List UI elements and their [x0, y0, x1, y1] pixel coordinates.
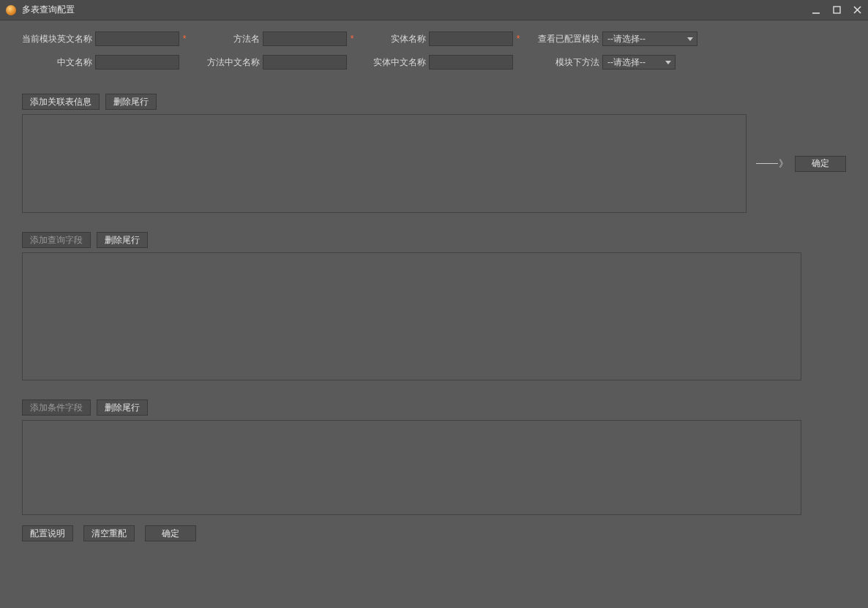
method-label: 方法名	[232, 33, 263, 45]
method-cn-input[interactable]	[263, 55, 347, 70]
cond-delete-tail-button[interactable]: 删除尾行	[97, 399, 148, 416]
window-controls	[811, 5, 862, 15]
app-icon	[6, 5, 16, 15]
side-confirm-button[interactable]: 确定	[795, 156, 846, 172]
window: 多表查询配置 当前模块英文名称 * 方法名	[0, 0, 868, 608]
required-mark: *	[347, 34, 357, 44]
form-row-2: 中文名称 * 方法中文名称 * 实体中文名称 * 模块下方法	[0, 54, 868, 70]
content-area: 当前模块英文名称 * 方法名 * 实体名称 * 查看已配置模块	[0, 20, 868, 608]
form-rows: 当前模块英文名称 * 方法名 * 实体名称 * 查看已配置模块	[0, 31, 868, 70]
required-mark: *	[179, 34, 190, 44]
cond-field-panel[interactable]	[22, 420, 801, 515]
rel-table-panel[interactable]	[22, 114, 747, 213]
module-method-select[interactable]: --请选择--	[602, 55, 676, 70]
method-cn-label: 方法中文名称	[197, 56, 263, 69]
entity-input[interactable]	[429, 31, 513, 46]
add-rel-table-button[interactable]: 添加关联表信息	[22, 94, 100, 110]
module-en-label: 当前模块英文名称	[0, 33, 95, 45]
query-field-panel[interactable]	[22, 252, 801, 380]
footer-buttons: 配置说明 清空重配 确定	[22, 525, 868, 541]
module-method-label: 模块下方法	[550, 56, 602, 69]
cn-name-label: 中文名称	[0, 56, 95, 69]
clear-reset-button[interactable]: 清空重配	[83, 525, 135, 541]
view-configured-select[interactable]: --请选择--	[602, 31, 697, 46]
cn-name-input[interactable]	[95, 55, 179, 70]
rel-row: 》 确定	[0, 114, 868, 213]
entity-cn-label: 实体中文名称	[364, 56, 429, 69]
chevron-down-icon	[687, 37, 693, 41]
entity-label: 实体名称	[388, 33, 429, 45]
rel-section-buttons: 添加关联表信息 删除尾行	[22, 94, 868, 110]
arrow-right-icon: 》	[756, 157, 787, 170]
titlebar: 多表查询配置	[0, 0, 868, 20]
entity-cn-input[interactable]	[429, 55, 513, 70]
svg-rect-1	[834, 7, 840, 13]
query-delete-tail-button[interactable]: 删除尾行	[97, 232, 148, 248]
view-configured-selected: --请选择--	[607, 33, 646, 45]
required-mark: *	[513, 34, 523, 44]
view-configured-label: 查看已配置模块	[532, 33, 602, 45]
arrow-confirm-group: 》 确定	[756, 156, 846, 172]
cond-section-buttons: 添加条件字段 删除尾行	[22, 399, 868, 416]
form-row-1: 当前模块英文名称 * 方法名 * 实体名称 * 查看已配置模块	[0, 31, 868, 47]
close-button[interactable]	[852, 5, 862, 15]
query-section-buttons: 添加查询字段 删除尾行	[22, 232, 868, 248]
add-cond-field-button[interactable]: 添加条件字段	[22, 399, 91, 416]
chevron-down-icon	[665, 61, 671, 64]
add-query-field-button[interactable]: 添加查询字段	[22, 232, 91, 248]
minimize-button[interactable]	[811, 5, 821, 15]
module-method-selected: --请选择--	[607, 56, 646, 69]
window-title: 多表查询配置	[22, 4, 811, 16]
config-desc-button[interactable]: 配置说明	[22, 525, 73, 541]
rel-delete-tail-button[interactable]: 删除尾行	[105, 94, 157, 110]
module-en-input[interactable]	[95, 31, 179, 46]
ok-button[interactable]: 确定	[145, 525, 196, 541]
maximize-button[interactable]	[831, 5, 842, 15]
method-input[interactable]	[263, 31, 347, 46]
